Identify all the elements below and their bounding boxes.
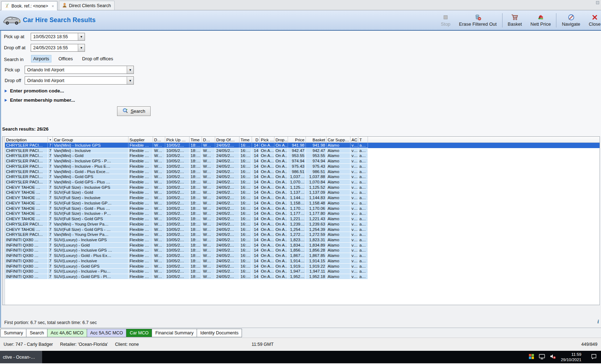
result-row[interactable]: CHRYSLER PACI…7Van(Mini) - Gold GPS - Pl… (5, 180, 600, 185)
result-row[interactable]: CHRYSLER PACI…7Van(Mini) - Gold GPSFlexi… (5, 174, 600, 180)
result-row[interactable]: INFINITI QX80 …7SUV(Luxury) - Inclusive … (5, 237, 600, 243)
column-header-supplier[interactable]: Supplier (128, 137, 153, 142)
column-header-ac[interactable]: AC (350, 137, 358, 142)
tab-strip-overflow-icon[interactable] (596, 1, 599, 4)
cell-d2: W… (202, 148, 215, 153)
cell-pickup_time: 18:… (190, 190, 202, 195)
search-in-option-airports[interactable]: Airports (31, 55, 51, 62)
column-header-seats[interactable]: ▼ (48, 137, 53, 142)
result-row[interactable]: CHRYSLER PACI…7Van(Mini) - Gold - Plus E… (5, 169, 600, 175)
bottom-tab-acc-4a-6c-mco[interactable]: Acc 4A,6C MCO (47, 329, 87, 337)
result-row[interactable]: INFINITI QX80 …7SUV(Luxury) - Inclusive … (5, 248, 600, 253)
result-row[interactable]: CHRYSLER PACI…7Van(Mini) - Inclusive GPS… (5, 158, 600, 164)
result-row[interactable]: CHEVY TAHOE …7SUV(Full Size) - GoldFlexi… (5, 190, 600, 195)
result-row[interactable]: CHEVY TAHOE …7SUV(Full Size) - Inclusive… (5, 185, 600, 190)
result-row[interactable]: CHEVY TAHOE …7SUV(Full Size) - Inclusive… (5, 201, 600, 206)
promo-code-expander[interactable]: Enter promotion code... (5, 88, 64, 93)
result-row[interactable]: CHRYSLER PACI…7Van(Mini) - Inclusive - P… (5, 164, 600, 169)
column-header-pickup_time[interactable]: Time (190, 137, 202, 142)
chevron-down-icon[interactable]: ▼ (127, 77, 133, 84)
result-row[interactable]: CHRYSLER PACI…7Van(Mini) - InclusiveFlex… (5, 148, 600, 153)
taskbar-app-button[interactable]: ctive - Ocean-… (0, 351, 42, 363)
result-row[interactable]: INFINITI QX80 …7SUV(Luxury) - Gold GPSFl… (5, 264, 600, 269)
bottom-tab-summary[interactable]: Summary (0, 329, 26, 337)
search-in-option-drop-off-offices[interactable]: Drop off offices (80, 55, 115, 62)
cell-car_group: SUV(Full Size) - Inclusive GPS (53, 185, 128, 190)
info-icon[interactable]: i (597, 319, 599, 325)
nett-price-button[interactable]: Nett Price (526, 12, 555, 28)
column-header-price[interactable]: Price (288, 137, 306, 142)
result-row[interactable]: INFINITI QX80 …7SUV(Luxury) - InclusiveF… (5, 258, 600, 264)
tab-close-icon[interactable]: × (52, 4, 54, 8)
expander-arrow-icon (5, 99, 7, 102)
volume-muted-icon[interactable] (550, 354, 556, 360)
column-header-car_group[interactable]: Car Group (53, 137, 128, 142)
column-header-pickup_loc[interactable]: Pick … (260, 137, 274, 142)
column-header-basket[interactable]: Basket (306, 137, 327, 142)
chevron-down-icon[interactable]: ▼ (78, 33, 85, 40)
row-filler (368, 180, 600, 185)
result-row[interactable]: INFINITI QX80 …7SUV(Luxury) - Gold - Plu… (5, 253, 600, 258)
bottom-tab-financial-summary[interactable]: Financial Summary (152, 329, 197, 337)
close-button[interactable]: Close (585, 12, 601, 28)
colored-app-tray-icon[interactable] (529, 354, 534, 360)
result-row[interactable]: CHEVY TAHOE …7SUV(Full Size) - Gold GPS … (5, 227, 600, 232)
result-row[interactable]: CHRYSLER PACI…7Van(Mini) - Young Driver … (5, 232, 600, 237)
result-row[interactable]: CHRYSLER PACI…7Van(Mini) - Young Driver … (5, 222, 600, 227)
navigate-button[interactable]: Navigate (557, 12, 584, 28)
row-filler (368, 264, 600, 269)
notification-center-icon[interactable] (591, 354, 597, 360)
pickup-at-datetime-input[interactable]: 10/05/2023 18:55 ▼ (31, 33, 85, 41)
chevron-down-icon[interactable]: ▼ (127, 66, 133, 74)
dropoff-at-datetime-input[interactable]: 24/05/2023 16:55 ▼ (31, 44, 85, 52)
cell-seats: 7 (48, 274, 53, 279)
bottom-tab-search[interactable]: Search (26, 329, 47, 337)
cell-supplier: Flexible … (128, 258, 153, 264)
basket-button[interactable]: Basket (504, 12, 526, 28)
bottom-tab-acc-5a-5c-mco[interactable]: Acc 5A,5C MCO (87, 329, 127, 337)
column-header-dropoff_date[interactable]: Drop Of… (215, 137, 239, 142)
cell-price: 1,919… (288, 264, 306, 269)
result-row[interactable]: CHRYSLER PACI…7Van(Mini) - GoldFlexible … (5, 153, 600, 158)
cell-pickup_loc: On A… (260, 274, 274, 279)
result-row[interactable]: CHEVY TAHOE …7SUV(Full Size) - Gold GPSF… (5, 216, 600, 222)
bottom-tab-identity-documents[interactable]: Identity Documents (197, 329, 242, 337)
cell-days: 14 (252, 201, 260, 206)
result-row[interactable]: INFINITI QX80 …7SUV(Luxury) - Inclusive … (5, 269, 600, 274)
dropoff-office-select[interactable]: Orlando Intl Airport ▼ (25, 76, 134, 85)
cell-days: 14 (252, 174, 260, 180)
tab-booking-ref[interactable]: Book. ref.: <none> × (1, 1, 57, 10)
column-header-car_supplier[interactable]: Car Supp… (327, 137, 350, 142)
tab-direct-clients-search[interactable]: Direct Clients Search (59, 1, 114, 10)
column-header-d2[interactable]: D… (202, 137, 215, 142)
result-row[interactable]: CHEVY TAHOE …7SUV(Full Size) - Inclusive… (5, 195, 600, 201)
column-header-dropoff_time[interactable]: Time (239, 137, 252, 142)
search-button-label: Search (131, 108, 145, 114)
cell-t: a… (358, 201, 368, 206)
result-row[interactable]: CHRYSLER PACI…7Van(Mini) - Inclusive GPS… (5, 143, 600, 148)
taskbar-clock[interactable]: 11:59 29/10/2021 (561, 352, 581, 362)
search-in-option-offices[interactable]: Offices (56, 55, 75, 62)
display-tray-icon[interactable] (539, 354, 545, 360)
filter-funnel-icon[interactable] (48, 138, 49, 142)
column-header-t[interactable]: T (358, 137, 368, 142)
cell-dropoff_loc: On A… (274, 243, 288, 248)
bottom-tab-car-mco[interactable]: Car MCO (126, 329, 152, 337)
column-header-d1[interactable]: D… (153, 137, 165, 142)
membership-number-expander[interactable]: Enter membership number... (5, 97, 75, 103)
pickup-office-select[interactable]: Orlando Intl Airport ▼ (25, 66, 134, 74)
erase-filtered-out-button[interactable]: Erase Filtered Out (455, 12, 501, 28)
result-row[interactable]: INFINITI QX80 …7SUV(Luxury) - Gold GPS -… (5, 274, 600, 279)
chevron-down-icon[interactable]: ▼ (78, 44, 85, 51)
cell-supplier: Flexible … (128, 237, 153, 243)
search-button[interactable]: Search (117, 106, 151, 116)
cell-d2: W… (202, 264, 215, 269)
cell-dropoff_loc: On A… (274, 148, 288, 153)
result-row[interactable]: CHEVY TAHOE …7SUV(Full Size) - Inclusive… (5, 211, 600, 216)
result-row[interactable]: INFINITI QX80 …7SUV(Luxury) - GoldFlexib… (5, 243, 600, 248)
column-header-dropoff_loc[interactable]: Drop… (274, 137, 288, 142)
column-header-pickup_date[interactable]: Pick Up … (165, 137, 190, 142)
column-header-days[interactable]: D (252, 137, 260, 142)
result-row[interactable]: CHEVY TAHOE …7SUV(Full Size) - Gold - Pl… (5, 206, 600, 211)
column-header-description[interactable]: Description (5, 137, 48, 142)
